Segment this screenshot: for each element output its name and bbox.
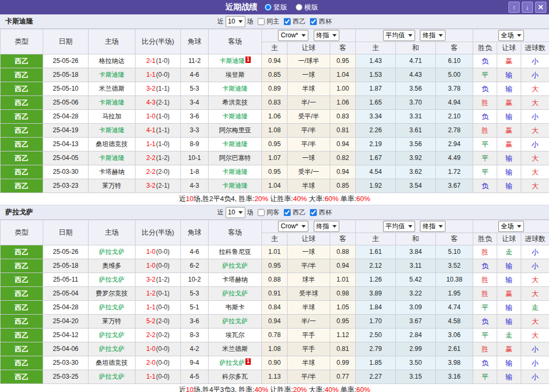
same-venue-checkbox[interactable] xyxy=(258,209,265,216)
odds-cell: 5.00 xyxy=(436,68,473,82)
odds-cell: 1.08 xyxy=(262,124,288,138)
full-match-select[interactable]: 全场 xyxy=(498,221,524,232)
final-odds-select-2[interactable]: 终指 xyxy=(420,221,445,232)
cup-label: 西杯 xyxy=(319,208,332,217)
col-handicap-result-header: 让球 xyxy=(497,233,521,245)
result-handicap-cell: 赢 xyxy=(497,96,521,110)
score-cell: 1-0(0-0) xyxy=(136,259,181,273)
cup-checkbox[interactable] xyxy=(310,209,317,216)
col-handicap-result-header: 让球 xyxy=(497,42,521,54)
score-cell: 4-1(1-1) xyxy=(136,124,181,138)
chevron-down-icon xyxy=(517,225,521,228)
final-odds-select-1[interactable]: 终指 xyxy=(314,221,339,232)
full-match-select[interactable]: 全场 xyxy=(498,30,524,41)
odds-cell: 1.04 xyxy=(262,179,288,193)
result-handicap-cell: 赢 xyxy=(497,342,521,356)
odds-cell: 1.06 xyxy=(262,110,288,124)
corner-cell: 11-2 xyxy=(181,54,209,68)
odds-cell: 平/半 xyxy=(288,370,330,384)
odds-cell: 1.95 xyxy=(436,287,473,301)
result-goals-cell: 小 xyxy=(521,54,549,68)
col-avg-home-header: 主 xyxy=(356,42,396,54)
same-venue-checkbox[interactable] xyxy=(258,18,265,25)
bookmaker-select[interactable]: Crow* xyxy=(278,30,308,41)
horizontal-radio-input[interactable] xyxy=(296,4,303,11)
match-date-cell: 25-04-06 xyxy=(43,342,89,356)
average-odds-select[interactable]: 平均值 xyxy=(383,221,415,232)
odds-cell: 1.85 xyxy=(356,356,396,370)
final-odds-select-2[interactable]: 终指 xyxy=(420,30,445,41)
match-date-cell: 25-03-30 xyxy=(43,165,89,179)
move-down-button[interactable]: ↓ xyxy=(522,2,533,13)
score-cell: 1-0(0-0) xyxy=(136,245,181,259)
odds-cell: 半球 xyxy=(288,82,330,96)
away-team-cell: 卡斯迪隆 xyxy=(209,165,262,179)
match-date-cell: 25-05-26 xyxy=(43,54,89,68)
col-ah-line-header: 让球 xyxy=(288,42,330,54)
final-odds-select-1[interactable]: 终指 xyxy=(314,30,339,41)
match-row: 西乙25-04-20莱万特5-2(2-0)3-6萨拉戈萨0.94半/一0.951… xyxy=(1,315,549,329)
radio-horizontal-layout[interactable]: 横版 xyxy=(296,3,319,12)
match-date-cell: 25-05-18 xyxy=(43,68,89,82)
chevron-down-icon xyxy=(517,34,521,37)
corner-cell: 8-9 xyxy=(181,138,209,151)
league-label: 西乙 xyxy=(293,17,306,26)
league-type-cell: 西乙 xyxy=(1,273,43,287)
odds-cell: 3.89 xyxy=(356,287,396,301)
radio-vertical-layout[interactable]: 竖版 xyxy=(265,3,288,12)
result-handicap-cell: 输 xyxy=(497,273,521,287)
odds-cell: 1.92 xyxy=(356,179,396,193)
odds-cell: 2.10 xyxy=(436,110,473,124)
away-team-cell: 萨拉戈萨 xyxy=(209,287,262,301)
corner-cell: 4-5 xyxy=(181,370,209,384)
home-team-cell: 萨拉戈萨 xyxy=(89,245,136,259)
home-team-cell: 桑坦德竞技 xyxy=(89,138,136,151)
match-row: 西乙25-04-06萨拉戈萨1-0(0-0)4-2米兰德斯1.08平手0.812… xyxy=(1,342,549,356)
odds-cell: 0.90 xyxy=(262,356,288,370)
away-team-cell: 阿尔巴塞特 xyxy=(209,151,262,165)
odds-cell: 0.82 xyxy=(330,151,356,165)
home-team-cell: 萨拉戈萨 xyxy=(89,342,136,356)
match-row: 西乙25-05-10米兰德斯3-2(1-1)5-3卡斯迪隆0.89半球1.001… xyxy=(1,82,549,96)
result-wdl-cell: 平 xyxy=(473,329,497,342)
result-goals-cell: 小 xyxy=(521,259,549,273)
away-team-cell: 科尔多瓦 xyxy=(209,370,262,384)
odds-cell: 半球 xyxy=(288,179,330,193)
close-button[interactable]: ✕ xyxy=(535,2,546,13)
home-team-cell: 马拉加 xyxy=(89,110,136,124)
average-odds-select[interactable]: 平均值 xyxy=(383,30,415,41)
odds-cell: 一球 xyxy=(288,151,330,165)
bookmaker-select[interactable]: Crow* xyxy=(278,221,308,232)
same-venue-label: 同主 xyxy=(267,17,280,26)
home-team-cell: 奥维多 xyxy=(89,259,136,273)
odds-cell: 3.52 xyxy=(436,259,473,273)
move-up-button[interactable]: ↑ xyxy=(508,2,520,13)
odds-cell: 1.05 xyxy=(330,301,356,315)
chevron-down-icon xyxy=(439,34,443,37)
odds-cell: 平/半 xyxy=(288,124,330,138)
odds-cell: 1.01 xyxy=(330,273,356,287)
radio-vertical-label: 竖版 xyxy=(274,3,288,12)
odds-cell: 0.83 xyxy=(262,96,288,110)
result-wdl-cell: 胜 xyxy=(473,245,497,259)
result-handicap-cell: 输 xyxy=(497,259,521,273)
section-header: 卡斯迪隆 近 10 场 同主 西乙 西杯 xyxy=(0,14,549,29)
match-count-select[interactable]: 10 xyxy=(225,16,245,27)
cup-checkbox[interactable] xyxy=(310,18,317,25)
vertical-radio-input[interactable] xyxy=(265,4,272,11)
league-checkbox[interactable] xyxy=(284,18,291,25)
odds-cell: 3.16 xyxy=(436,370,473,384)
result-handicap-cell: 输 xyxy=(497,370,521,384)
chevron-down-icon xyxy=(238,20,243,23)
away-team-cell: 埃登斯 xyxy=(209,68,262,82)
league-type-cell: 西乙 xyxy=(1,329,43,342)
summary-line: 近10场,胜4平3负3, 胜率:40% 让胜率:20% 大率:40% 单率:60… xyxy=(0,384,549,392)
home-team-cell: 莱万特 xyxy=(89,315,136,329)
odds-cell: 0.81 xyxy=(330,342,356,356)
league-checkbox[interactable] xyxy=(284,209,291,216)
odds-cell: 3.31 xyxy=(396,110,436,124)
match-row: 西乙25-04-28萨拉戈萨1-1(0-0)5-1韦斯卡0.84半球1.051.… xyxy=(1,301,549,315)
result-handicap-cell: 输 xyxy=(497,110,521,124)
match-count-select[interactable]: 10 xyxy=(225,207,245,218)
result-goals-cell: 小 xyxy=(521,370,549,384)
